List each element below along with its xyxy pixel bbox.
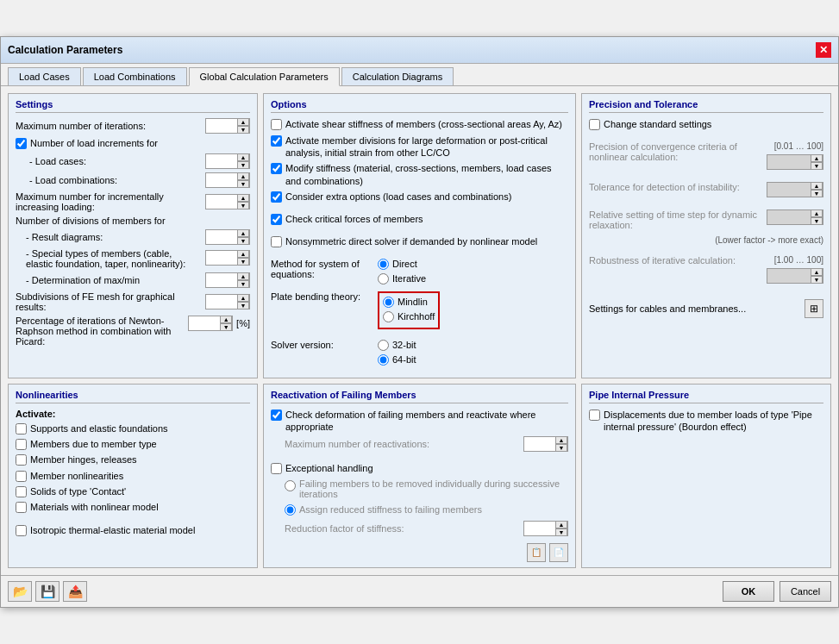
footer-btn-3[interactable]: 📤 xyxy=(63,581,87,602)
mindlin-radio[interactable] xyxy=(383,297,394,308)
kirchhoff-radio[interactable] xyxy=(383,311,394,322)
isotropic-checkbox[interactable] xyxy=(16,525,27,536)
relative-down[interactable]: ▼ xyxy=(811,217,823,225)
max-reactivations-down[interactable]: ▼ xyxy=(555,444,567,452)
convergence-up[interactable]: ▲ xyxy=(811,154,823,162)
tab-load-cases[interactable]: Load Cases xyxy=(8,67,81,85)
bit64-radio[interactable] xyxy=(378,354,389,366)
max-iterations-down[interactable]: ▼ xyxy=(237,126,249,134)
shear-stiffness-checkbox[interactable] xyxy=(271,119,282,130)
special-types-down[interactable]: ▼ xyxy=(237,258,249,266)
bit32-radio[interactable] xyxy=(378,340,389,351)
settings-cables-icon-btn[interactable]: ⊞ xyxy=(805,299,823,318)
det-max-min-value[interactable]: 10 xyxy=(206,273,237,287)
load-combinations-spinner[interactable]: 1 ▲ ▼ xyxy=(205,172,250,188)
reduction-factor-up[interactable]: ▲ xyxy=(555,521,567,528)
tolerance-down[interactable]: ▼ xyxy=(811,190,823,197)
assign-reduced-radio[interactable] xyxy=(285,504,296,516)
modify-stiffness-checkbox[interactable] xyxy=(271,163,282,174)
max-incr-down[interactable]: ▼ xyxy=(237,202,249,209)
result-diagrams-up[interactable]: ▲ xyxy=(237,229,249,237)
max-iterations-value[interactable]: 100 xyxy=(206,119,237,133)
convergence-spinner[interactable]: ▲ ▼ xyxy=(767,154,823,170)
hinges-checkbox[interactable] xyxy=(16,454,27,466)
convergence-down[interactable]: ▼ xyxy=(811,162,823,170)
robustness-spinner[interactable]: ▲ ▼ xyxy=(767,268,823,284)
relative-spinner[interactable]: ▲ ▼ xyxy=(767,209,823,225)
tolerance-up[interactable]: ▲ xyxy=(811,182,823,190)
load-cases-spinner[interactable]: 1 ▲ ▼ xyxy=(205,153,250,169)
max-incr-value[interactable]: 1000 xyxy=(206,195,237,209)
percentage-spinner[interactable]: 5 ▲ ▼ xyxy=(188,316,233,331)
special-types-up[interactable]: ▲ xyxy=(237,250,249,258)
load-combinations-down[interactable]: ▼ xyxy=(237,180,249,188)
exceptional-checkbox[interactable] xyxy=(271,463,282,474)
icon-btn-2[interactable]: 📄 xyxy=(549,543,568,562)
check-deformation-checkbox[interactable] xyxy=(271,410,282,421)
max-incr-up[interactable]: ▲ xyxy=(237,194,249,202)
tolerance-value[interactable] xyxy=(767,183,811,197)
result-diagrams-down[interactable]: ▼ xyxy=(237,237,249,245)
max-incr-spinner[interactable]: 1000 ▲ ▼ xyxy=(205,194,250,209)
result-diagrams-value[interactable]: 10 xyxy=(206,230,237,244)
change-std-checkbox[interactable] xyxy=(589,119,600,130)
tab-load-combinations[interactable]: Load Combinations xyxy=(83,67,187,85)
member-nonlin-checkbox[interactable] xyxy=(16,471,27,482)
reduction-factor-value[interactable]: 1000 xyxy=(524,522,555,535)
det-max-min-spinner[interactable]: 10 ▲ ▼ xyxy=(205,272,250,288)
cancel-button[interactable]: Cancel xyxy=(780,581,831,602)
robustness-up[interactable]: ▲ xyxy=(811,268,823,276)
load-cases-up[interactable]: ▲ xyxy=(237,153,249,161)
tab-calculation-diagrams[interactable]: Calculation Diagrams xyxy=(341,67,454,85)
footer-btn-2[interactable]: 💾 xyxy=(35,581,59,602)
result-diagrams-spinner[interactable]: 10 ▲ ▼ xyxy=(205,229,250,245)
materials-checkbox[interactable] xyxy=(16,502,27,513)
load-cases-value[interactable]: 1 xyxy=(206,154,237,168)
iterative-radio[interactable] xyxy=(378,273,389,284)
critical-forces-checkbox[interactable] xyxy=(271,214,282,225)
solids-checkbox[interactable] xyxy=(16,486,27,497)
convergence-value[interactable] xyxy=(767,155,811,169)
settings-cables-link[interactable]: Settings for cables and membranes... xyxy=(589,303,746,314)
tab-global-calculation[interactable]: Global Calculation Parameters xyxy=(189,67,340,86)
percentage-down[interactable]: ▼ xyxy=(220,323,232,331)
relative-up[interactable]: ▲ xyxy=(811,209,823,217)
max-reactivations-value[interactable]: 3 xyxy=(524,437,555,451)
footer-btn-1[interactable]: 📂 xyxy=(8,581,32,602)
subdivisions-down[interactable]: ▼ xyxy=(237,302,249,309)
max-iterations-spinner[interactable]: 100 ▲ ▼ xyxy=(205,118,250,134)
robustness-value[interactable] xyxy=(767,269,811,283)
load-combinations-up[interactable]: ▲ xyxy=(237,172,249,180)
reduction-factor-spinner[interactable]: 1000 ▲ ▼ xyxy=(523,521,568,536)
extra-options-checkbox[interactable] xyxy=(271,191,282,203)
members-type-checkbox[interactable] xyxy=(16,439,27,450)
det-max-min-down[interactable]: ▼ xyxy=(237,280,249,288)
percentage-value[interactable]: 5 xyxy=(189,316,220,330)
special-types-spinner[interactable]: 10 ▲ ▼ xyxy=(205,250,250,266)
special-types-value[interactable]: 10 xyxy=(206,251,237,265)
robustness-down[interactable]: ▼ xyxy=(811,276,823,284)
subdivisions-up[interactable]: ▲ xyxy=(237,294,249,302)
load-combinations-value[interactable]: 1 xyxy=(206,173,237,187)
load-cases-down[interactable]: ▼ xyxy=(237,161,249,169)
member-divisions-checkbox[interactable] xyxy=(271,135,282,147)
nonsymmetric-checkbox[interactable] xyxy=(271,236,282,247)
supports-checkbox[interactable] xyxy=(16,423,27,435)
max-reactivations-up[interactable]: ▲ xyxy=(555,436,567,444)
displacements-checkbox[interactable] xyxy=(589,410,600,421)
max-iterations-up[interactable]: ▲ xyxy=(237,118,249,126)
relative-value[interactable] xyxy=(767,210,811,224)
icon-btn-1[interactable]: 📋 xyxy=(527,543,546,562)
close-button[interactable]: ✕ xyxy=(816,42,831,58)
percentage-up[interactable]: ▲ xyxy=(220,316,232,323)
tolerance-spinner[interactable]: ▲ ▼ xyxy=(767,182,823,197)
subdivisions-value[interactable]: 3 xyxy=(206,295,237,309)
max-reactivations-spinner[interactable]: 3 ▲ ▼ xyxy=(523,436,568,452)
det-max-min-up[interactable]: ▲ xyxy=(237,272,249,280)
reduction-factor-down[interactable]: ▼ xyxy=(555,528,567,536)
direct-radio[interactable] xyxy=(378,259,389,270)
ok-button[interactable]: OK xyxy=(723,581,774,602)
load-increments-checkbox[interactable] xyxy=(16,138,27,149)
subdivisions-spinner[interactable]: 3 ▲ ▼ xyxy=(205,294,250,309)
failing-remove-radio[interactable] xyxy=(285,480,296,491)
